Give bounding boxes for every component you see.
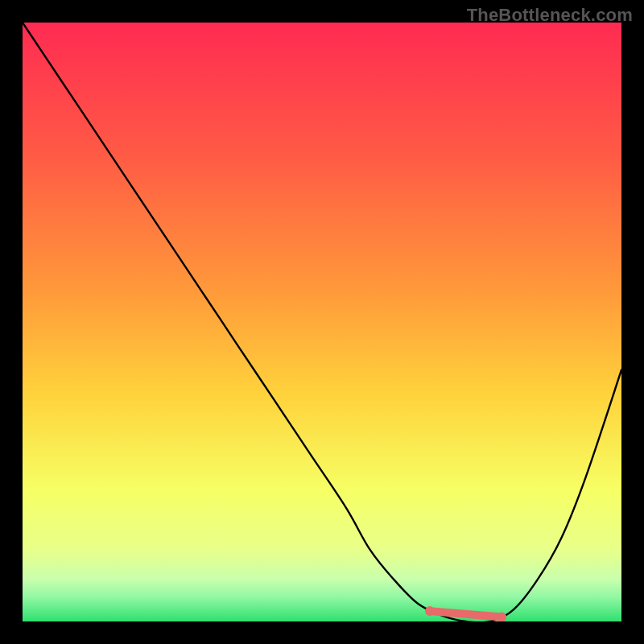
- gradient-background: [23, 23, 621, 621]
- chart-svg: [23, 23, 621, 621]
- ideal-range-endpoint-right: [497, 613, 506, 621]
- ideal-range-endpoint-left: [425, 606, 435, 616]
- plot-area: [23, 23, 621, 621]
- chart-frame: TheBottleneck.com: [0, 0, 644, 644]
- watermark-text: TheBottleneck.com: [467, 5, 633, 26]
